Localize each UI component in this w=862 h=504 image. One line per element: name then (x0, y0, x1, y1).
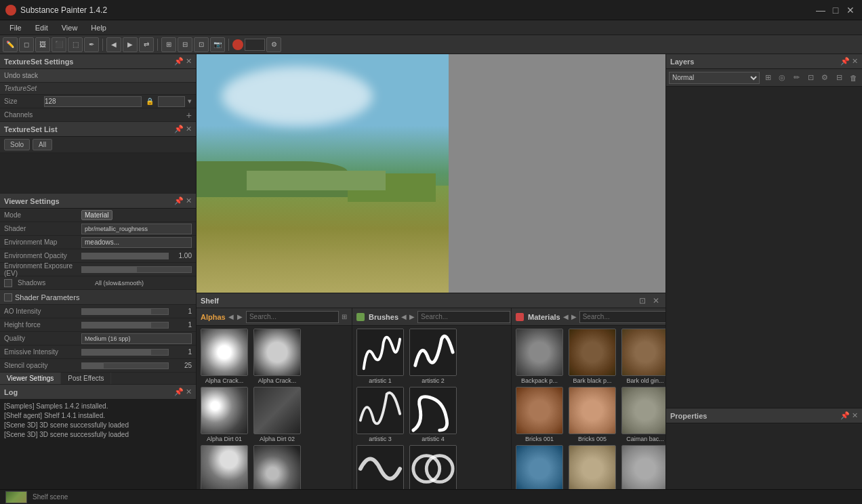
layer-new-paint-btn[interactable]: ◎ (776, 72, 788, 84)
shelf-item-alpha-dirt-02[interactable]: Alpha Dirt 02 (252, 387, 302, 442)
layer-new-fill-btn[interactable]: ⊞ (762, 72, 774, 84)
tool-select[interactable]: ⬚ (68, 37, 83, 52)
shelf-item-concrete[interactable]: Concrete 002 (620, 445, 665, 489)
panel-pin-icon-3[interactable]: 📌 (174, 196, 184, 205)
shelf-item-artistic-3[interactable]: artistic 3 (355, 387, 405, 442)
shelf-materials-next[interactable]: ▶ (571, 312, 577, 322)
layer-new-btn[interactable]: ✏ (790, 72, 802, 84)
env-exposure-slider[interactable] (81, 266, 192, 273)
shelf-item-caiman[interactable]: Caiman bac... (620, 387, 665, 442)
layer-delete-btn[interactable]: 🗑 (847, 72, 859, 84)
shelf-item-bricks-001[interactable]: Bricks 001 (514, 387, 565, 442)
shelf-item-cardboard[interactable]: Cardboard 0... (567, 445, 617, 489)
shelf-item-bricks-005[interactable]: Bricks 005 (567, 387, 617, 442)
shelf-alphas-search[interactable] (246, 311, 339, 323)
ts-size-select-1[interactable]: 1282565121024 (44, 96, 142, 107)
properties-close-icon[interactable]: ✕ (852, 411, 858, 420)
shelf-expand-btn[interactable]: ⊡ (637, 295, 648, 306)
shelf-brushes-prev[interactable]: ◀ (401, 312, 407, 322)
sp-check[interactable] (4, 293, 12, 301)
layers-blend-dropdown[interactable]: Normal (669, 72, 760, 84)
menu-file[interactable]: File (3, 22, 28, 33)
layer-effect-btn[interactable]: ⚙ (819, 72, 831, 84)
brush-mode[interactable] (232, 39, 243, 50)
shelf-brushes-search[interactable] (417, 311, 510, 323)
vs-mode-value[interactable]: Material (81, 210, 112, 220)
sp-stencil-slider[interactable] (81, 362, 169, 369)
tool-prev[interactable]: ◀ (106, 37, 121, 52)
tool-camera[interactable]: 📷 (210, 37, 225, 52)
textureset-label-row: TextureSet (0, 83, 196, 95)
shelf-item-artistic-5[interactable]: artistic 5 (355, 445, 405, 489)
tool-pen[interactable]: ✒ (84, 37, 99, 52)
layers-pin-icon[interactable]: 📌 (840, 57, 850, 66)
brush-settings[interactable]: ⚙ (266, 37, 281, 52)
vs-shadows-checkbox[interactable] (4, 279, 12, 287)
ts-lock-icon[interactable]: 🔒 (146, 98, 154, 105)
sp-height-slider[interactable] (81, 322, 169, 329)
tool-erase[interactable]: ◻ (19, 37, 34, 52)
log-close-icon[interactable]: ✕ (186, 387, 192, 396)
panel-close-icon-3[interactable]: ✕ (186, 196, 192, 205)
tool-paint[interactable]: ✏️ (3, 37, 18, 52)
ts-all-button[interactable]: All (33, 139, 52, 150)
shelf-close-btn[interactable]: ✕ (651, 295, 661, 306)
shelf-item-artistic-6[interactable]: artistic 6 (408, 445, 458, 489)
log-pin-icon[interactable]: 📌 (174, 387, 184, 396)
shelf-item-alpha-dirt-04[interactable]: Alpha Dirt 04 (252, 445, 302, 489)
shelf-alphas-grid[interactable]: ⊞ (342, 312, 348, 322)
sp-ao-slider[interactable] (81, 308, 169, 315)
ts-size-input-2[interactable]: 128 (158, 96, 185, 107)
ts-add-channel-btn[interactable]: + (186, 110, 192, 121)
tool-extra[interactable]: ⊟ (178, 37, 192, 52)
menu-help[interactable]: Help (84, 22, 113, 33)
close-button[interactable]: ✕ (844, 4, 857, 16)
shelf-alphas-prev[interactable]: ◀ (228, 312, 234, 322)
vs-envmap-value[interactable]: meadows... (81, 237, 192, 248)
shelf-brushes-next[interactable]: ▶ (409, 312, 415, 322)
sp-emissive-slider[interactable] (81, 349, 169, 356)
shelf-item-cap[interactable]: Cap (514, 445, 565, 489)
tool-grid[interactable]: ⊞ (161, 37, 176, 52)
maximize-button[interactable]: □ (829, 4, 842, 16)
shelf-item-bark-black[interactable]: Bark black p... (567, 329, 617, 384)
layers-close-icon[interactable]: ✕ (852, 57, 858, 66)
shelf-materials-prev[interactable]: ◀ (563, 312, 569, 322)
vs-shader-value[interactable]: pbr/metallic_roughness (81, 224, 192, 234)
shelf-item-artistic-1[interactable]: artistic 1 (355, 329, 405, 384)
tool-next[interactable]: ▶ (123, 37, 138, 52)
panel-pin-icon[interactable]: 📌 (174, 57, 184, 66)
sp-stencil-label: Stencil opacity (4, 362, 79, 369)
shelf-item-alpha-crack-1[interactable]: Alpha Crack... (199, 329, 249, 384)
shelf-item-alpha-crack-2[interactable]: Alpha Crack... (252, 329, 302, 384)
properties-pin-icon[interactable]: 📌 (840, 411, 850, 420)
brush-size-input[interactable]: 8 (245, 39, 265, 51)
tool-viewport[interactable]: ⊡ (194, 37, 209, 52)
panel-close-icon-2[interactable]: ✕ (186, 125, 192, 133)
sp-quality-value[interactable]: Medium (16 spp) (81, 333, 192, 344)
layer-group-btn[interactable]: ⊡ (804, 72, 817, 84)
menu-edit[interactable]: Edit (28, 22, 55, 33)
panel-pin-icon-2[interactable]: 📌 (174, 125, 184, 133)
menu-view[interactable]: View (55, 22, 85, 33)
tab-viewer-settings[interactable]: Viewer Settings (0, 373, 61, 384)
panel-close-icon[interactable]: ✕ (186, 57, 192, 66)
env-opacity-slider[interactable] (81, 253, 169, 259)
shelf-item-alpha-dirt-01[interactable]: Alpha Dirt 01 (199, 387, 249, 442)
shelf-item-bark-old[interactable]: Bark old gin... (620, 329, 665, 384)
minimize-button[interactable]: — (815, 4, 827, 16)
shelf-item-backpack[interactable]: Backpack p... (514, 329, 565, 384)
layer-duplicate-btn[interactable]: ⊟ (833, 72, 845, 84)
shelf-materials-search[interactable] (579, 311, 665, 323)
shelf-alphas-next[interactable]: ▶ (237, 312, 243, 322)
shelf-item-artistic-4[interactable]: artistic 4 (408, 387, 458, 442)
shelf-item-alpha-dirt-03[interactable]: Alpha Dirt 03 (199, 445, 249, 489)
viewport-3d[interactable] (197, 54, 449, 293)
tool-image[interactable]: 🖼 (35, 37, 50, 52)
tool-flip[interactable]: ⇄ (139, 37, 154, 52)
tool-mask[interactable]: ⬛ (52, 37, 66, 52)
tab-post-effects[interactable]: Post Effects (61, 373, 111, 384)
ts-solo-button[interactable]: Solo (4, 139, 30, 150)
shelf-item-artistic-2[interactable]: artistic 2 (408, 329, 458, 384)
viewport-2d[interactable] (449, 54, 665, 293)
